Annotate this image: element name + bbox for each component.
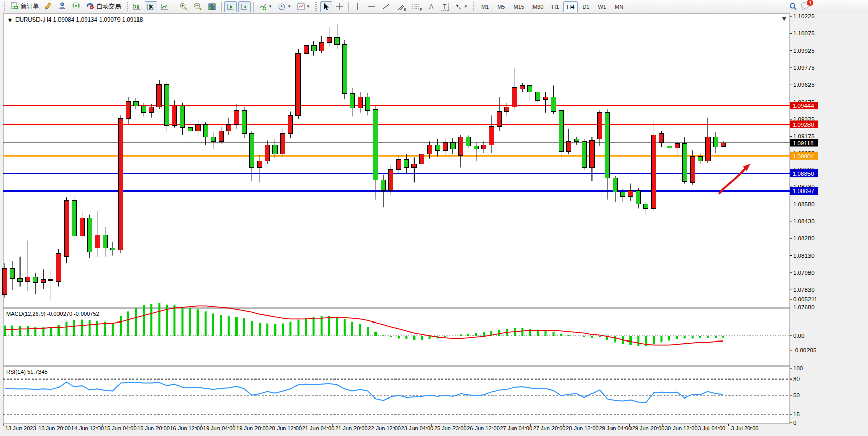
crosshair-button[interactable]	[333, 1, 346, 12]
tf-d1[interactable]: D1	[579, 1, 593, 12]
candle-body	[474, 146, 478, 149]
autotrading-button[interactable]: 自动交易	[84, 1, 123, 12]
macd-bar	[684, 336, 686, 338]
macd-bar	[181, 307, 183, 336]
candlestick-chart-button[interactable]	[145, 1, 157, 12]
candle-body	[559, 110, 563, 151]
macd-bar	[382, 335, 384, 336]
tf-w1[interactable]: W1	[594, 1, 610, 12]
horizontal-line-icon	[367, 3, 376, 11]
macd-bar	[692, 336, 694, 338]
market-watch-button[interactable]	[56, 1, 69, 12]
arrows-tool[interactable]: ▼	[452, 1, 470, 12]
macd-bar	[444, 336, 446, 337]
candle-body	[203, 124, 208, 137]
rsi-tick-label: 15	[793, 411, 800, 418]
tf-m1[interactable]: M1	[478, 1, 492, 12]
price-tick-label: 1.08280	[793, 235, 815, 241]
macd-bar	[668, 336, 670, 341]
tf-h1[interactable]: H1	[548, 1, 562, 12]
macd-bar	[583, 336, 585, 337]
candle-body	[319, 42, 324, 51]
indicators-button[interactable]: ▼	[257, 1, 274, 12]
rsi-label: RSI(14) 51.7345	[6, 369, 48, 375]
periods-button[interactable]: ▼	[275, 1, 293, 12]
styles-button[interactable]	[42, 1, 55, 12]
tf-m5[interactable]: M5	[494, 1, 508, 12]
time-label: 19 Jun 20:00	[236, 425, 269, 431]
line-chart-icon	[161, 3, 169, 11]
tile-windows-button[interactable]	[206, 1, 219, 12]
new-order-icon	[10, 2, 18, 11]
candle-body	[195, 124, 200, 131]
macd-bar	[421, 336, 423, 340]
templates-button[interactable]: ▼	[294, 1, 312, 12]
chat-button[interactable]: 1	[800, 1, 811, 12]
price-label-text: 1.08697	[793, 188, 814, 194]
tf-m15[interactable]: M15	[509, 1, 527, 12]
crayon-icon	[44, 2, 53, 11]
time-axis[interactable]: 13 Jun 202313 Jun 20:0014 Jun 12:0015 Ju…	[3, 424, 758, 431]
vertical-line-tool[interactable]	[351, 1, 364, 12]
candle-body	[366, 97, 370, 111]
macd-bar	[212, 313, 214, 336]
chart-shift-button[interactable]	[238, 1, 251, 12]
mt4-window: 新订单 自动交易	[0, 0, 868, 436]
macd-bar	[452, 336, 454, 336]
chart-title-marker[interactable]: ▼	[7, 17, 13, 23]
tf-mn[interactable]: MN	[611, 1, 627, 12]
text-label-tool[interactable]: T	[439, 1, 451, 12]
cursor-button[interactable]	[320, 1, 332, 12]
toolbar-grip	[472, 2, 475, 12]
text-tool[interactable]: A	[425, 1, 438, 12]
rsi-tick-label: 0	[793, 420, 796, 426]
macd-label: MACD(12,26,9) -0.000270 -0.000752	[6, 311, 100, 317]
zoom-out-button[interactable]	[191, 1, 205, 12]
candle-body	[466, 137, 470, 146]
auto-scroll-button[interactable]	[224, 1, 237, 12]
macd-bar	[475, 333, 477, 336]
macd-bar	[560, 334, 562, 336]
macd-bar	[498, 330, 500, 336]
tf-m30[interactable]: M30	[529, 1, 547, 12]
candle-body	[659, 134, 664, 143]
macd-bar	[158, 303, 160, 336]
candle-body	[420, 154, 424, 164]
macd-bar	[251, 321, 253, 336]
macd-bar	[328, 316, 330, 336]
signals-button[interactable]	[70, 1, 83, 12]
search-button[interactable]	[786, 1, 800, 12]
macd-bar	[336, 317, 338, 336]
fibonacci-tool[interactable]: F	[409, 1, 424, 12]
macd-bar	[722, 336, 724, 338]
indicators-icon	[259, 3, 267, 11]
candle-body	[334, 37, 339, 44]
bar-chart-button[interactable]	[131, 1, 144, 12]
zoom-in-button[interactable]	[177, 1, 190, 12]
time-label: 21 Jun 20:00	[335, 425, 368, 431]
candle-body	[628, 191, 633, 196]
candle-body	[574, 139, 579, 141]
candle-body	[56, 253, 61, 282]
candle-body	[49, 279, 53, 280]
macd-bar	[398, 336, 400, 338]
macd-tick-label: 0.00	[793, 333, 804, 339]
line-chart-button[interactable]	[159, 1, 171, 12]
signal-icon	[72, 2, 81, 11]
candle-body	[311, 46, 316, 51]
new-order-button[interactable]: 新订单	[8, 1, 41, 12]
horizontal-line-tool[interactable]	[365, 1, 378, 12]
candle-body	[605, 113, 610, 178]
equidistant-channel-tool[interactable]: E	[393, 1, 408, 12]
trendline-tool[interactable]	[379, 1, 392, 12]
macd-bar	[73, 320, 75, 336]
candle-body	[520, 85, 525, 89]
candle-body	[528, 85, 532, 92]
candle-body	[149, 107, 154, 113]
candle-body	[652, 135, 656, 208]
macd-tick-label: 0.005211	[793, 296, 817, 302]
candle-body	[489, 126, 494, 145]
macd-bar	[66, 322, 68, 336]
tf-h4[interactable]: H4	[563, 1, 578, 12]
time-label: 3 Jul 20:00	[731, 425, 759, 431]
